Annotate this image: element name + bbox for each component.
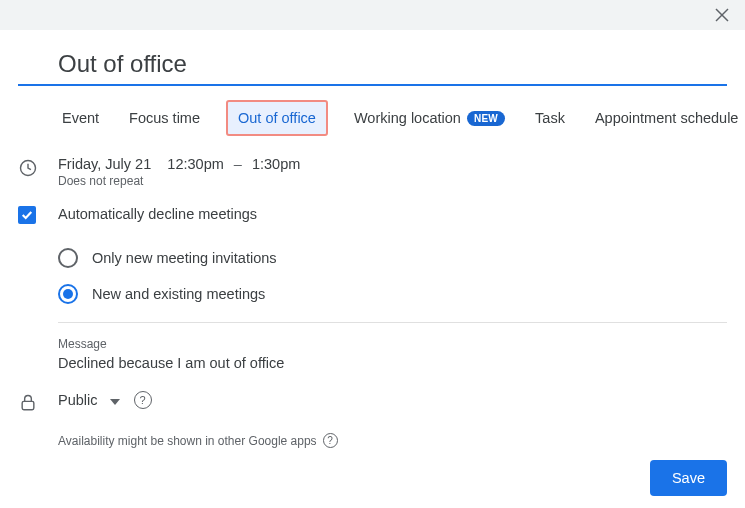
close-icon [714,7,730,23]
radio-new-and-existing[interactable]: New and existing meetings [58,276,727,312]
radio-only-new-label: Only new meeting invitations [92,250,277,266]
end-time[interactable]: 1:30pm [252,156,300,172]
lock-icon [18,393,38,413]
svg-rect-3 [22,401,34,409]
tab-appointment-schedule[interactable]: Appointment schedule [591,102,743,134]
type-tabs: Event Focus time Out of office Working l… [18,100,727,136]
start-time[interactable]: 12:30pm [167,156,223,172]
tab-working-location[interactable]: Working location NEW [350,102,509,134]
auto-decline-label: Automatically decline meetings [58,206,257,222]
tab-event[interactable]: Event [58,102,103,134]
message-label: Message [18,337,727,351]
visibility-value: Public [58,392,98,408]
radio-new-existing-label: New and existing meetings [92,286,265,302]
time-dash: – [234,156,242,172]
help-icon[interactable]: ? [134,391,152,409]
date-label[interactable]: Friday, July 21 [58,156,151,172]
tab-task[interactable]: Task [531,102,569,134]
tab-working-location-label: Working location [354,110,461,126]
close-button[interactable] [711,4,733,26]
svg-marker-4 [110,399,120,405]
check-icon [21,209,33,221]
new-badge: NEW [467,111,505,126]
message-field[interactable]: Declined because I am out of office [18,355,727,371]
radio-icon-selected [58,284,78,304]
radio-icon-unselected [58,248,78,268]
visibility-dropdown[interactable]: Public [58,392,120,408]
event-title-input[interactable] [18,46,727,86]
help-icon-small[interactable]: ? [323,433,338,448]
clock-icon [18,158,38,178]
availability-note: Availability might be shown in other Goo… [58,434,317,448]
tab-focus-time[interactable]: Focus time [125,102,204,134]
tab-out-of-office[interactable]: Out of office [226,100,328,136]
chevron-down-icon [110,392,120,408]
save-button[interactable]: Save [650,460,727,496]
repeat-label[interactable]: Does not repeat [58,174,727,188]
radio-only-new[interactable]: Only new meeting invitations [58,240,727,276]
divider [58,322,727,323]
auto-decline-checkbox[interactable] [18,206,36,224]
